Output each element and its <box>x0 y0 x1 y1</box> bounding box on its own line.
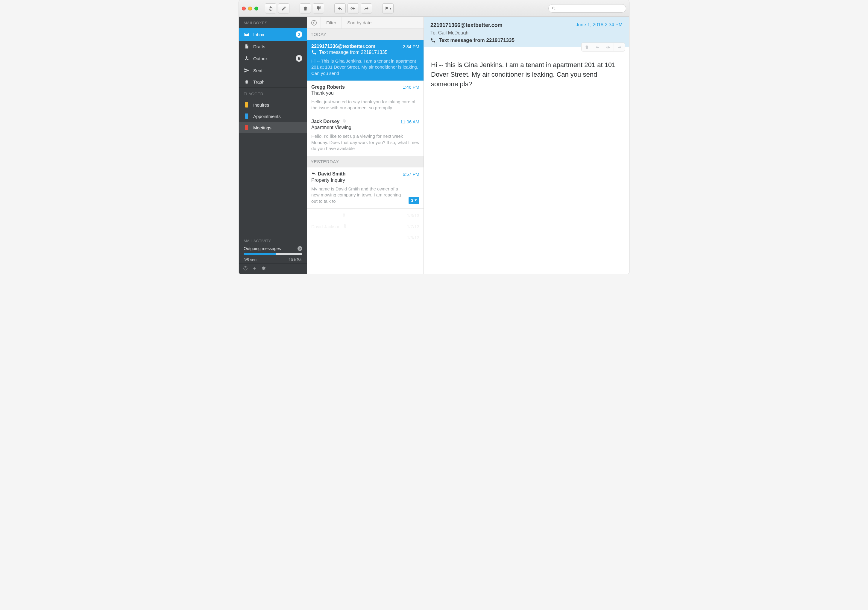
inbox-badge: 2 <box>296 31 302 38</box>
date-header-yesterday: YESTERDAY <box>307 156 423 168</box>
outgoing-progress <box>243 253 302 255</box>
search-icon <box>552 6 556 11</box>
chevron-down-icon <box>415 199 417 201</box>
delete-button[interactable] <box>300 3 311 14</box>
message-list: Filter Sort by date TODAY 2219171336@tex… <box>307 17 424 274</box>
dropdown-caret-icon: ▾ <box>390 7 391 10</box>
toolbar: ▾ <box>239 0 629 17</box>
message-sender: David Smith <box>318 171 346 177</box>
settings-button[interactable] <box>261 266 266 272</box>
faded-list: 1/3/13 David Jackson 1/7/13 1/3/13 <box>307 209 423 246</box>
outbox-icon <box>243 56 250 61</box>
sidebar-item-label: Outbox <box>253 56 268 61</box>
trash-icon <box>243 79 250 84</box>
message-date: June 1, 2018 2:34 PM <box>575 22 623 28</box>
message-actions <box>581 42 625 51</box>
list-item[interactable]: David Jackson 1/7/13 <box>311 221 419 232</box>
message-header: 2219171366@textbetter.com June 1, 2018 2… <box>424 17 629 47</box>
message-body[interactable]: Hi -- this is Gina Jenkins. I am a tenan… <box>424 47 629 274</box>
delete-message-button[interactable] <box>581 43 592 51</box>
message-preview: Hi -- This is Gina Jenkins. I am a tenan… <box>311 58 419 76</box>
list-item[interactable]: 1/3/13 <box>311 232 419 243</box>
back-arrow-icon <box>311 19 317 26</box>
compose-button[interactable] <box>278 3 290 14</box>
sidebar-item-sent[interactable]: Sent <box>239 65 307 76</box>
message-item[interactable]: David Smith 6:57 PM Property Inquiry My … <box>307 168 423 209</box>
add-button[interactable] <box>252 266 257 272</box>
attachment-icon <box>343 119 347 124</box>
reply-button[interactable] <box>334 3 346 14</box>
sidebar-item-label: Appointments <box>253 114 281 119</box>
message-time: 2:34 PM <box>403 44 419 49</box>
outgoing-label: Outgoing messages <box>243 246 281 251</box>
close-window-button[interactable] <box>242 6 246 11</box>
phone-icon <box>311 50 317 55</box>
mail-activity: MAIL ACTIVITY Outgoing messages ✕ 3/5 se… <box>239 235 307 263</box>
cancel-outgoing-button[interactable]: ✕ <box>298 246 302 251</box>
sort-button[interactable]: Sort by date <box>342 17 377 28</box>
message-time: 6:57 PM <box>403 172 419 177</box>
replied-icon <box>311 171 316 177</box>
sidebar-item-outbox[interactable]: Outbox 5 <box>239 52 307 65</box>
main-area: MAILBOXES Inbox 2 Drafts Outbox 5 Sent <box>239 17 629 274</box>
faded-date: 1/7/13 <box>407 224 419 229</box>
date-header-today: TODAY <box>307 29 423 40</box>
thumbs-down-icon <box>316 6 321 11</box>
forward-message-button[interactable] <box>614 43 625 51</box>
message-subject: Text message from 2219171335 <box>319 50 388 55</box>
flag-button[interactable]: ▾ <box>382 3 394 14</box>
reply-all-button[interactable] <box>347 3 359 14</box>
flag-red-icon <box>245 125 248 130</box>
sidebar-item-label: Sent <box>253 68 262 73</box>
list-item[interactable]: 1/3/13 <box>311 210 419 221</box>
send-rate: 10 KB/s <box>288 258 302 262</box>
message-list-controls: Filter Sort by date <box>307 17 423 29</box>
back-button[interactable] <box>307 17 321 28</box>
reply-all-message-button[interactable] <box>603 43 614 51</box>
message-sender: 2219171336@textbetter.com <box>311 44 375 49</box>
sidebar: MAILBOXES Inbox 2 Drafts Outbox 5 Sent <box>239 17 307 274</box>
attachment-icon <box>343 224 347 229</box>
thread-expand-button[interactable]: 3 <box>409 197 419 204</box>
reading-pane: 2219171366@textbetter.com June 1, 2018 2… <box>424 17 629 274</box>
message-item[interactable]: 2219171336@textbetter.com 2:34 PM Text m… <box>307 40 423 81</box>
minimize-window-button[interactable] <box>248 6 252 11</box>
sidebar-item-inbox[interactable]: Inbox 2 <box>239 28 307 41</box>
sidebar-item-appointments[interactable]: Appointments <box>239 110 307 122</box>
sidebar-item-meetings[interactable]: Meetings <box>239 122 307 133</box>
sidebar-item-trash[interactable]: Trash <box>239 76 307 87</box>
sidebar-section-flagged: FLAGGED <box>239 88 307 99</box>
attachment-icon <box>342 213 346 218</box>
sidebar-item-drafts[interactable]: Drafts <box>239 41 307 52</box>
to-address: Gail McDough <box>438 30 468 35</box>
filter-button[interactable]: Filter <box>321 17 342 28</box>
message-item[interactable]: Gregg Roberts 1:46 PM Thank you Hello, j… <box>307 81 423 116</box>
sync-button[interactable] <box>243 266 248 272</box>
message-subject: Thank you <box>311 90 334 96</box>
reply-all-icon <box>350 6 356 11</box>
sent-count: 3/5 sent <box>243 258 257 262</box>
mail-window: ▾ MAILBOXES Inbox 2 Drafts Outbox 5 <box>239 0 629 274</box>
sidebar-footer <box>239 263 307 274</box>
search-field[interactable] <box>548 4 626 12</box>
zoom-window-button[interactable] <box>254 6 258 11</box>
message-time: 11:06 AM <box>400 119 419 124</box>
sidebar-item-inquires[interactable]: Inquires <box>239 99 307 110</box>
search-input[interactable] <box>558 6 623 11</box>
trash-icon <box>303 6 308 11</box>
refresh-icon <box>268 6 273 11</box>
activity-label: MAIL ACTIVITY <box>243 239 302 243</box>
junk-button[interactable] <box>313 3 324 14</box>
refresh-button[interactable] <box>265 3 276 14</box>
faded-date: 1/3/13 <box>407 213 419 218</box>
message-preview: Hello, just wanted to say thank you for … <box>311 99 419 111</box>
forward-button[interactable] <box>361 3 372 14</box>
from-address: 2219171366@textbetter.com <box>430 22 502 28</box>
reply-message-button[interactable] <box>592 43 603 51</box>
message-item[interactable]: Jack Dorsey 11:06 AM Apartment Viewing H… <box>307 115 423 156</box>
message-time: 1:46 PM <box>403 84 419 90</box>
inbox-icon <box>243 32 250 37</box>
sidebar-section-mailboxes: MAILBOXES <box>239 17 307 28</box>
sidebar-item-label: Inquires <box>253 102 269 107</box>
message-preview: Hello, I'd like to set up a viewing for … <box>311 133 419 152</box>
